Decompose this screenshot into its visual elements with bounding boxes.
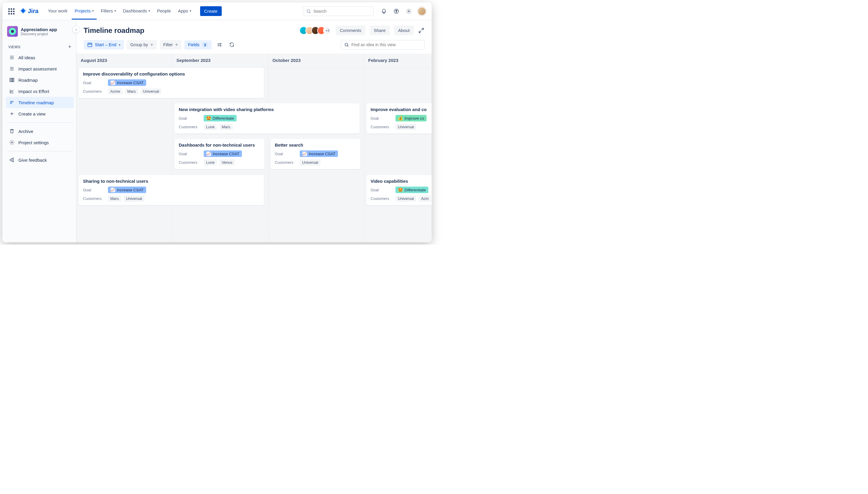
search-input[interactable] [313, 9, 370, 14]
sidebar-item-roadmap[interactable]: Roadmap [6, 74, 74, 86]
card-goal-label: Goal [83, 80, 106, 85]
nav-item-projects[interactable]: Projects▾ [72, 3, 97, 20]
timeline-card[interactable]: Improve discoverability of configuration… [79, 68, 264, 98]
sidebar-item-label: Archive [18, 129, 33, 134]
app-switcher-icon[interactable] [8, 8, 15, 15]
list-icon [9, 66, 15, 72]
sidebar-item-archive[interactable]: Archive [6, 126, 74, 137]
jira-logo[interactable]: Jira [20, 8, 38, 15]
nav-item-label: Projects [75, 8, 91, 13]
date-range-button[interactable]: Start – End ▾ [84, 40, 124, 50]
groupby-button[interactable]: Group by + [127, 40, 157, 50]
global-search[interactable] [303, 6, 374, 16]
card-customers-label: Customers [370, 125, 393, 129]
chevron-down-icon: ▾ [119, 43, 120, 46]
timeline-month-header: October 2023 [268, 54, 364, 68]
find-idea-search[interactable] [341, 40, 424, 50]
about-button[interactable]: About [394, 25, 414, 35]
customer-tag: Venus [219, 159, 235, 166]
user-avatar[interactable] [417, 7, 426, 16]
customer-tag: Acm [419, 195, 431, 202]
gear-icon [9, 139, 15, 146]
nav-item-people[interactable]: People [154, 3, 174, 20]
goal-tag: 🤩Differentiate [204, 115, 237, 121]
customer-tag: Universal [124, 195, 144, 202]
timeline-card[interactable]: New integration with video sharing platf… [175, 103, 360, 134]
avatar-overflow[interactable]: +3 [323, 26, 331, 35]
fields-button[interactable]: Fields 3 [184, 40, 212, 50]
goal-tag: 🤩Differentiate [396, 187, 428, 193]
sidebar-item-label: Impact assessment [18, 66, 57, 71]
chevron-down-icon: ▾ [114, 9, 116, 13]
timeline-card[interactable]: Better searchGoal📈Increase CSATCustomers… [271, 139, 360, 169]
svg-point-0 [307, 10, 310, 12]
fields-count-badge: 3 [202, 42, 208, 48]
svg-line-31 [347, 45, 348, 46]
list-icon [9, 77, 15, 83]
list-icon [9, 99, 15, 106]
sidebar-item-all-ideas[interactable]: All ideas [6, 52, 74, 63]
sidebar-item-label: Impact vs Effort [18, 89, 49, 94]
layout-settings-icon[interactable] [215, 40, 224, 50]
customer-tag: Mars [125, 88, 138, 94]
settings-icon[interactable] [405, 7, 413, 15]
card-goal-label: Goal [370, 188, 393, 192]
share-button[interactable]: Share [370, 25, 390, 35]
filter-button[interactable]: Filter + [160, 40, 182, 50]
chevron-down-icon: ▾ [190, 9, 191, 13]
filter-label: Filter [163, 42, 173, 47]
card-customers-label: Customers [370, 196, 393, 201]
nav-item-apps[interactable]: Apps▾ [175, 3, 194, 20]
expand-icon[interactable] [418, 27, 424, 34]
goal-emoji-icon: 📈 [110, 80, 115, 85]
sidebar-item-impact-vs-effort[interactable]: Impact vs Effort [6, 86, 74, 97]
sidebar-item-label: Roadmap [18, 78, 38, 83]
sidebar-item-impact-assessment[interactable]: Impact assessment [6, 63, 74, 74]
notifications-icon[interactable] [380, 7, 388, 15]
goal-text: Improve co [404, 116, 424, 120]
goal-text: Increase CSAT [117, 188, 144, 192]
comments-button[interactable]: Comments [336, 25, 365, 35]
goal-text: Differentiate [404, 188, 426, 192]
nav-item-your-work[interactable]: Your work [45, 3, 71, 20]
sidebar-item-create-a-view[interactable]: Create a view [6, 108, 74, 119]
card-customers-label: Customers [275, 160, 297, 165]
customer-tag: Lune [204, 159, 217, 166]
search-icon [344, 42, 349, 48]
timeline-card[interactable]: Dashboards for non-technical usersGoal📈I… [175, 139, 265, 169]
timeline-month-header: February 2023 [364, 54, 432, 68]
sidebar-item-timeline-roadmap[interactable]: Timeline roadmap [6, 97, 74, 108]
create-button[interactable]: Create [200, 6, 222, 16]
plus-icon: + [175, 42, 178, 48]
card-customers-label: Customers [179, 125, 201, 129]
timeline-card[interactable]: Improve evaluation and coGoal💰Improve co… [366, 103, 432, 134]
goal-emoji-icon: 🤩 [206, 116, 211, 120]
project-icon [7, 26, 18, 37]
card-customers-label: Customers [83, 89, 106, 94]
svg-point-21 [11, 142, 13, 143]
goal-text: Differentiate [213, 116, 234, 120]
goal-tag: 📈Increase CSAT [108, 79, 146, 86]
sidebar-item-project-settings[interactable]: Project settings [6, 137, 74, 148]
timeline-card[interactable]: Sharing to non-technical usersGoal📈Incre… [79, 175, 264, 205]
sidebar-item-label: All ideas [18, 55, 35, 60]
refresh-icon[interactable] [227, 40, 237, 50]
chevron-down-icon: ▾ [148, 9, 150, 13]
plus-icon: + [150, 42, 153, 48]
help-icon[interactable]: ? [393, 7, 400, 15]
nav-item-filters[interactable]: Filters▾ [98, 3, 119, 20]
goal-text: Increase CSAT [213, 152, 239, 156]
find-idea-input[interactable] [351, 42, 421, 47]
add-view-icon[interactable]: + [68, 44, 71, 50]
nav-item-dashboards[interactable]: Dashboards▾ [120, 3, 153, 20]
customer-tag: Mars [108, 195, 121, 202]
goal-tag: 📈Increase CSAT [108, 187, 146, 193]
svg-rect-22 [88, 43, 92, 47]
timeline-month-header: September 2023 [172, 54, 268, 68]
collapse-sidebar-button[interactable]: ‹ [72, 25, 80, 33]
timeline-card[interactable]: Video capabilitiesGoal🤩DifferentiateCust… [366, 175, 432, 205]
sidebar-item-feedback[interactable]: Give feedback [6, 154, 74, 166]
customer-tag: Universal [141, 88, 161, 94]
chevron-down-icon: ▾ [92, 9, 94, 13]
collaborator-avatars[interactable]: +3 [302, 26, 331, 35]
